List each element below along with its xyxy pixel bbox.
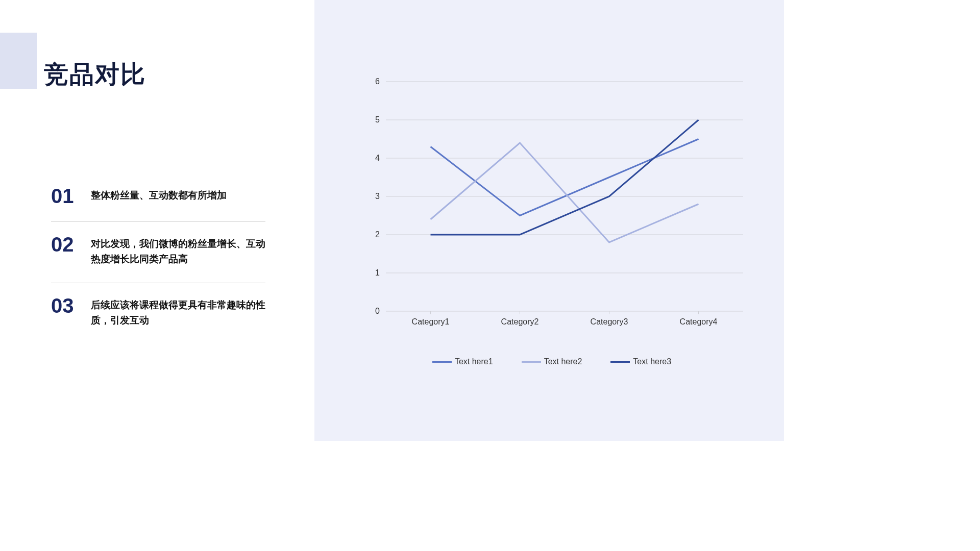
chart-legend: Text here1Text here2Text here3: [355, 357, 748, 366]
legend-item: Text here2: [522, 357, 582, 366]
svg-text:Category2: Category2: [501, 317, 539, 326]
left-panel: 竞品对比 01 整体粉丝量、互动数都有所增加 02 对比发现，我们微博的粉丝量增…: [0, 0, 314, 441]
chart-svg: 0123456Category1Category2Category3Catego…: [355, 77, 748, 332]
legend-swatch: [610, 361, 630, 363]
points-list: 01 整体粉丝量、互动数都有所增加 02 对比发现，我们微博的粉丝量增长、互动热…: [51, 173, 265, 344]
legend-swatch: [522, 361, 541, 363]
legend-item: Text here1: [432, 357, 493, 366]
legend-item: Text here3: [610, 357, 671, 366]
point-item: 01 整体粉丝量、互动数都有所增加: [51, 173, 265, 222]
svg-text:Category1: Category1: [412, 317, 450, 326]
svg-text:4: 4: [375, 154, 380, 162]
svg-text:0: 0: [375, 307, 380, 315]
legend-label: Text here1: [455, 357, 493, 366]
point-item: 02 对比发现，我们微博的粉丝量增长、互动热度增长比同类产品高: [51, 222, 265, 283]
svg-text:6: 6: [375, 77, 380, 86]
svg-text:2: 2: [375, 230, 380, 239]
svg-text:5: 5: [375, 115, 380, 124]
point-number: 01: [51, 185, 91, 206]
svg-text:Category4: Category4: [680, 317, 718, 326]
point-text: 整体粉丝量、互动数都有所增加: [91, 185, 265, 203]
slide: 竞品对比 01 整体粉丝量、互动数都有所增加 02 对比发现，我们微博的粉丝量增…: [0, 0, 784, 441]
point-text: 对比发现，我们微博的粉丝量增长、互动热度增长比同类产品高: [91, 233, 265, 267]
legend-swatch: [432, 361, 452, 363]
svg-text:1: 1: [375, 268, 380, 277]
point-number: 03: [51, 294, 91, 316]
right-panel: 0123456Category1Category2Category3Catego…: [314, 0, 784, 441]
svg-text:3: 3: [375, 192, 380, 201]
point-text: 后续应该将课程做得更具有非常趣味的性质，引发互动: [91, 294, 265, 329]
line-chart: 0123456Category1Category2Category3Catego…: [355, 77, 748, 352]
point-number: 02: [51, 233, 91, 255]
decorative-block: [0, 33, 37, 89]
svg-text:Category3: Category3: [591, 317, 628, 326]
point-item: 03 后续应该将课程做得更具有非常趣味的性质，引发互动: [51, 283, 265, 344]
slide-title: 竞品对比: [44, 58, 146, 91]
legend-label: Text here2: [544, 357, 582, 366]
legend-label: Text here3: [633, 357, 671, 366]
